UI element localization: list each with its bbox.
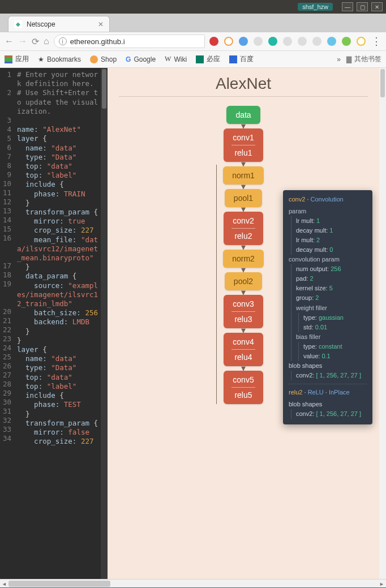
code-line[interactable]: type: "Data" bbox=[17, 363, 98, 372]
tt-decay-label2: decay mult: bbox=[296, 246, 328, 253]
bookmark-google[interactable]: G Google bbox=[126, 55, 156, 63]
code-token: { bbox=[38, 134, 47, 143]
node-norm2[interactable]: norm2 bbox=[223, 250, 264, 268]
code-line[interactable]: } bbox=[17, 263, 98, 272]
ext-grey-a-icon[interactable] bbox=[254, 37, 263, 46]
window-close-button[interactable]: ✕ bbox=[371, 2, 383, 11]
browser-menu-icon[interactable]: ⋮ bbox=[371, 35, 381, 48]
code-line[interactable]: mirror: true bbox=[17, 217, 98, 226]
node-norm1[interactable]: norm1 bbox=[223, 166, 264, 184]
code-line[interactable]: top: "data" bbox=[17, 373, 98, 382]
code-line[interactable]: name: "AlexNet" bbox=[17, 125, 98, 134]
nav-forward-icon[interactable]: → bbox=[18, 36, 27, 46]
browser-tab-netscope[interactable]: ◆ Netscope ✕ bbox=[8, 16, 110, 32]
code-line[interactable]: data_param { bbox=[17, 272, 98, 281]
tt2-blob-label: blob shapes bbox=[289, 400, 367, 409]
bookmark-shop[interactable]: Shop bbox=[90, 55, 117, 63]
user-tag: shsf_hzw bbox=[298, 3, 333, 11]
code-token bbox=[17, 272, 25, 280]
network-diagram[interactable]: AlexNet data▾conv1relu1▾norm1▾pool1▾conv… bbox=[108, 68, 379, 579]
hscroll-right-icon[interactable]: ► bbox=[378, 580, 386, 588]
node-pool1[interactable]: pool1 bbox=[225, 189, 262, 207]
bookmark-baidu[interactable]: 百度 bbox=[229, 54, 254, 64]
nav-home-icon[interactable]: ⌂ bbox=[44, 36, 49, 46]
nav-back-icon[interactable]: ← bbox=[5, 36, 14, 46]
window-maximize-button[interactable]: ▢ bbox=[357, 2, 368, 11]
node-conv5[interactable]: conv5relu5 bbox=[224, 371, 263, 404]
code-editor[interactable]: 1234567891011121314151617181920212223242… bbox=[0, 68, 108, 579]
code-line[interactable]: include { bbox=[17, 391, 98, 400]
site-info-icon[interactable]: i bbox=[59, 37, 67, 45]
bookmark-apps[interactable]: 应用 bbox=[5, 54, 29, 64]
editor-scroll-thumb[interactable] bbox=[102, 69, 106, 109]
node-conv3[interactable]: conv3relu3 bbox=[224, 295, 263, 328]
code-line[interactable]: } bbox=[17, 327, 98, 336]
code-line[interactable]: include { bbox=[17, 180, 98, 189]
editor-code[interactable]: # Enter your network definition here.# U… bbox=[14, 68, 101, 579]
ext-circle-orange-icon[interactable] bbox=[224, 37, 233, 46]
node-conv4[interactable]: conv4relu4 bbox=[224, 333, 263, 366]
bookmark-wiki[interactable]: W Wiki bbox=[165, 55, 187, 63]
ext-abp-icon[interactable] bbox=[209, 37, 218, 46]
bookmark-bookmarks[interactable]: ★ Bookmarks bbox=[38, 55, 81, 63]
ext-yellow-ring-icon[interactable] bbox=[357, 37, 366, 46]
gutter-line: 6 bbox=[0, 143, 11, 152]
ext-hand-icon[interactable] bbox=[283, 37, 292, 46]
ext-skyblue-icon[interactable] bbox=[327, 37, 336, 46]
code-line[interactable]: } bbox=[17, 410, 98, 419]
code-line[interactable]: # Enter your network definition here. bbox=[17, 70, 98, 88]
code-line[interactable]: top: "label" bbox=[17, 171, 98, 180]
ext-download-icon[interactable] bbox=[342, 37, 351, 46]
editor-scrollbar-vertical[interactable] bbox=[101, 68, 108, 579]
ext-blue-v-icon[interactable] bbox=[239, 37, 248, 46]
code-token: "AlexNet" bbox=[42, 125, 81, 134]
node-data[interactable]: data bbox=[226, 106, 260, 124]
code-line[interactable]: } bbox=[17, 336, 98, 345]
code-line[interactable] bbox=[17, 116, 98, 125]
code-line[interactable]: name: "data" bbox=[17, 144, 98, 153]
hscroll-thumb[interactable] bbox=[8, 581, 110, 587]
code-line[interactable]: top: "label" bbox=[17, 382, 98, 391]
bookmark-bing[interactable]: 必应 bbox=[196, 54, 220, 64]
diagram-scroll-thumb[interactable] bbox=[380, 69, 385, 97]
bookmark-other[interactable]: ▇ 其他书签 bbox=[346, 54, 381, 64]
diagram-scrollbar-vertical[interactable] bbox=[379, 68, 386, 579]
gutter-line: 30 bbox=[0, 398, 11, 407]
code-line[interactable]: backend: LMDB bbox=[17, 317, 98, 327]
code-line[interactable]: type: "Data" bbox=[17, 153, 98, 162]
ext-teal-m-icon[interactable] bbox=[268, 37, 277, 46]
node-divider bbox=[231, 228, 255, 229]
address-bar[interactable]: i ethereon.github.i bbox=[54, 35, 205, 48]
gutter-line: 34 bbox=[0, 434, 11, 443]
code-line[interactable]: top: "data" bbox=[17, 162, 98, 171]
code-line[interactable]: batch_size: 256 bbox=[17, 308, 98, 317]
ext-grey-g-icon[interactable] bbox=[298, 37, 307, 46]
tt-pad: 2 bbox=[310, 275, 313, 282]
gutter-line: 18 bbox=[0, 271, 11, 280]
code-line[interactable]: } bbox=[17, 199, 98, 208]
window-minimize-button[interactable]: — bbox=[342, 2, 353, 11]
code-line[interactable]: mirror: false bbox=[17, 428, 98, 437]
code-line[interactable]: layer { bbox=[17, 134, 98, 143]
code-line[interactable]: # Use Shift+Enter to update the visualiz… bbox=[17, 88, 98, 116]
code-line[interactable]: crop_size: 227 bbox=[17, 437, 98, 446]
tab-close-icon[interactable]: ✕ bbox=[98, 20, 104, 28]
nav-reload-icon[interactable]: ⟳ bbox=[32, 36, 39, 47]
node-pool2[interactable]: pool2 bbox=[225, 272, 262, 290]
code-line[interactable]: phase: TRAIN bbox=[17, 190, 98, 199]
bookmarks-overflow[interactable]: » bbox=[337, 55, 341, 63]
code-line[interactable]: phase: TEST bbox=[17, 400, 98, 409]
code-line[interactable]: transform_param { bbox=[17, 208, 98, 217]
code-line[interactable]: name: "data" bbox=[17, 354, 98, 363]
code-line[interactable]: crop_size: 227 bbox=[17, 226, 98, 235]
node-conv2[interactable]: conv2relu2 bbox=[224, 212, 263, 245]
hscroll-left-icon[interactable]: ◄ bbox=[0, 580, 8, 588]
ext-grey-tri-icon[interactable] bbox=[312, 37, 321, 46]
code-line[interactable]: mean_file: "data/ilsvrc12/imagenet_mean.… bbox=[17, 235, 98, 263]
code-line[interactable]: source: "examples/imagenet/ilsvrc12_trai… bbox=[17, 281, 98, 309]
code-line[interactable]: transform_param { bbox=[17, 419, 98, 428]
page-scrollbar-horizontal[interactable]: ◄ ► bbox=[0, 579, 386, 587]
tt-grp: 2 bbox=[315, 294, 319, 301]
node-conv1[interactable]: conv1relu1 bbox=[224, 128, 263, 162]
code-line[interactable]: layer { bbox=[17, 345, 98, 354]
